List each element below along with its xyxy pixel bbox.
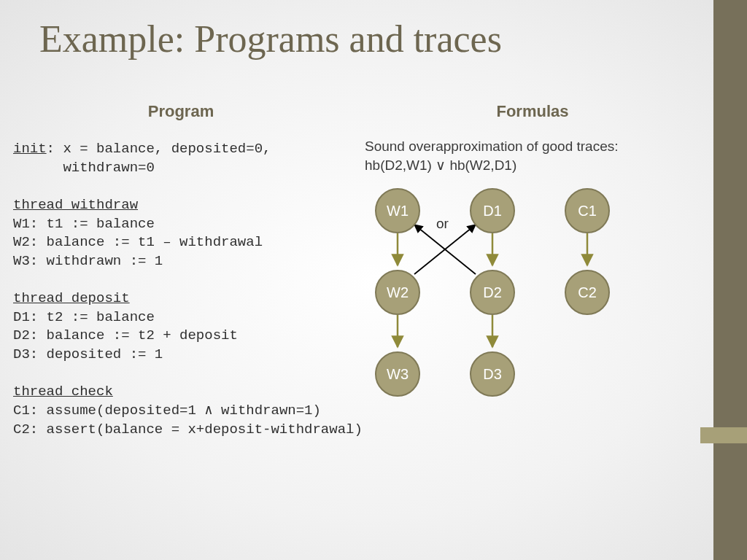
formulas-line2: hb(D2,W1) ∨ hb(W2,D1) [365,156,700,175]
d3-line: D3: deposited := 1 [13,346,163,362]
init-label: init [13,141,47,157]
node-w1: W1 [375,188,420,233]
node-c2: C2 [565,270,610,315]
node-d3: D3 [470,351,515,397]
formulas-line1: Sound overapproximation of good traces: [365,137,700,156]
d2-line: D2: balance := t2 + deposit [13,327,238,343]
program-code: init: x = balance, deposited=0, withdraw… [13,140,349,439]
formulas-column: Formulas Sound overapproximation of good… [365,102,700,174]
node-d2: D2 [470,270,515,315]
w2-line: W2: balance := t1 – withdrawal [13,234,263,250]
node-w2: W2 [375,270,420,315]
formulas-heading: Formulas [365,102,700,121]
init-rest: : x = balance, deposited=0, [47,141,271,157]
w1-line: W1: t1 := balance [13,216,155,232]
c1-line: C1: assume(deposited=1 ∧ withdrawn=1) [13,402,321,419]
program-column: Program init: x = balance, deposited=0, … [13,102,349,439]
withdraw-label: thread_withdraw [13,197,138,213]
program-heading: Program [13,102,349,121]
node-w3: W3 [375,351,420,397]
side-accent [700,427,747,443]
init-line2: withdrawn=0 [13,160,155,176]
w3-line: W3: withdrawn := 1 [13,253,163,269]
d1-line: D1: t2 := balance [13,309,155,325]
check-label: thread_check [13,384,113,400]
side-bar [713,0,747,560]
or-label: or [436,216,449,232]
deposit-label: thread_deposit [13,290,130,306]
trace-diagram: or W1 W2 W3 D1 D2 D3 C1 C2 [357,184,671,446]
c2-line: C2: assert(balance = x+deposit-withdrawa… [13,421,363,438]
node-c1: C1 [565,188,610,233]
node-d1: D1 [470,188,515,233]
slide-title: Example: Programs and traces [39,18,502,61]
